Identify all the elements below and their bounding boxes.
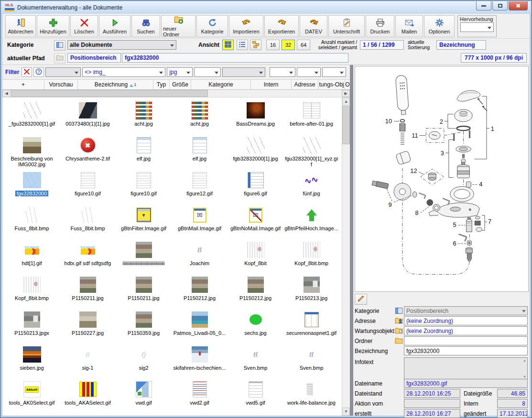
file-item[interactable]: iiiiiiiiiiiiiiiiiiiiiiiiiiiiiiiiiiii xyxy=(116,239,172,274)
file-item[interactable]: vwd.gif xyxy=(116,378,172,413)
adresse-field[interactable]: (keine Zuordnung) xyxy=(404,316,528,325)
kategorie-field[interactable]: Positionsbereich xyxy=(404,306,528,315)
optionen-button[interactable]: Optionen xyxy=(424,15,455,37)
filter-select-intern[interactable] xyxy=(270,67,295,77)
file-item[interactable]: sig-1 xyxy=(60,343,116,378)
view-list-button[interactable] xyxy=(237,40,248,50)
file-item[interactable]: tools_AK0Select.gif xyxy=(4,378,60,413)
abbrechen-button[interactable]: Abbrechen xyxy=(5,15,36,37)
file-item[interactable]: hdt[1].gif xyxy=(4,239,60,274)
file-item[interactable]: Patmos_Livadi-05_0... xyxy=(172,309,228,343)
view-grid-button[interactable] xyxy=(222,40,234,50)
close-button[interactable]: ✖ xyxy=(509,1,528,11)
size-16-button[interactable]: 16 xyxy=(266,40,280,50)
ordner-field[interactable] xyxy=(404,336,528,345)
file-item[interactable]: P1150212.jpg xyxy=(228,274,283,309)
file-item[interactable]: Kopf_8bit.bmp xyxy=(283,239,339,274)
file-item[interactable]: before-after-01.jpg xyxy=(283,99,339,134)
file-item[interactable]: gBtnNoMail.Image.gif xyxy=(228,204,283,239)
filter-select-bezeichnung[interactable]: <> img_ xyxy=(82,67,165,77)
file-item[interactable]: P1150211.jpg xyxy=(60,274,116,309)
file-item[interactable]: hdtx.gif sdf sdfgsdfg xyxy=(60,239,116,274)
drucken-button[interactable]: Drucken xyxy=(366,15,394,37)
kategorie-button[interactable]: Kategorie xyxy=(196,15,228,37)
filter-select-adresse[interactable] xyxy=(297,67,321,77)
maximize-button[interactable] xyxy=(492,1,508,11)
file-item[interactable]: Fuss_8bit.bmp xyxy=(60,204,116,239)
horizontal-scroll-thumb[interactable] xyxy=(11,90,208,97)
file-item[interactable]: _fgu32832000[1].gif xyxy=(4,99,60,134)
vertical-scroll-thumb[interactable] xyxy=(342,106,350,144)
file-item[interactable]: figure10.gif xyxy=(116,169,172,204)
file-item[interactable]: Sven.bmp xyxy=(283,343,339,378)
file-item[interactable]: gBtnMail.Image.gif xyxy=(172,204,228,239)
file-item[interactable]: P1150211.jpg xyxy=(116,274,172,309)
column-header-wartungsobjekt[interactable]: tungs-Obj xyxy=(318,80,345,89)
file-item[interactable]: fünf.jpg xyxy=(283,169,339,204)
column-header-add[interactable]: + xyxy=(2,80,44,89)
scroll-left-arrow[interactable]: ◀ xyxy=(2,90,11,97)
minimize-button[interactable] xyxy=(476,1,491,11)
hervorhebung-select[interactable] xyxy=(460,22,494,32)
file-item[interactable]: P1150213.jpgx xyxy=(4,309,60,343)
file-item[interactable]: sieben.jpg xyxy=(4,343,60,378)
file-item[interactable]: sechs.jpg xyxy=(228,309,283,343)
file-item[interactable]: Kopf_8bit.bmp xyxy=(4,274,60,309)
file-item[interactable]: fgu32832000[1]_xyz.gif xyxy=(283,134,339,169)
datev-button[interactable]: DATEV xyxy=(300,15,327,37)
file-item[interactable]: P1150213.jpg xyxy=(283,274,339,309)
edit-properties-button[interactable] xyxy=(355,294,367,305)
vertical-scrollbar[interactable]: ▲ ▼ xyxy=(342,97,350,416)
column-header-ordner[interactable]: O xyxy=(345,80,350,89)
scroll-right-arrow[interactable]: ▶ xyxy=(342,90,350,97)
folder-person-icon[interactable] xyxy=(395,317,403,325)
scroll-up-arrow[interactable]: ▲ xyxy=(342,97,350,106)
scroll-down-icon[interactable]: ▼ xyxy=(523,375,526,378)
file-item[interactable]: gBtnPfeilHoch.Image... xyxy=(283,204,339,239)
column-header-typ[interactable]: Typ xyxy=(153,80,170,89)
file-item[interactable]: Sven.bmp xyxy=(228,343,283,378)
category-select[interactable]: alle Dokumente xyxy=(67,40,176,50)
filter-clear-button[interactable] xyxy=(22,67,32,77)
file-item[interactable]: BassDreams.jpg xyxy=(228,99,283,134)
file-item[interactable]: gBtnFilter.Image.gif xyxy=(116,204,172,239)
file-item[interactable]: work-life-balance.jpg xyxy=(283,378,339,413)
unterschrift-button[interactable]: Unterschrift xyxy=(328,15,365,37)
file-item[interactable]: 00373480(1)[1].jpg xyxy=(60,99,116,134)
file-item[interactable]: Joachim xyxy=(172,239,228,274)
file-item[interactable]: elf.jpg xyxy=(172,134,228,169)
column-header-adresse[interactable]: Adresse xyxy=(292,80,318,89)
file-item[interactable]: vwd5.gif xyxy=(228,378,283,413)
category-panel-button[interactable] xyxy=(54,40,65,51)
loeschen-button[interactable]: Löschen xyxy=(70,15,98,37)
column-header-kategorie[interactable]: Kategorie xyxy=(191,80,251,89)
bezeichnung-field[interactable]: fgx32832000 xyxy=(404,346,528,355)
filter-select-typ[interactable]: jpg xyxy=(167,67,193,77)
column-header-groesse[interactable]: Größe xyxy=(170,80,191,89)
folder-doc-icon[interactable] xyxy=(395,327,403,335)
column-header-intern[interactable]: Intern xyxy=(251,80,292,89)
horizontal-scrollbar[interactable]: ◀ ▶ xyxy=(2,90,350,97)
filter-select-1[interactable] xyxy=(45,67,81,77)
file-item[interactable]: Kopf_8bit xyxy=(228,239,283,274)
file-item[interactable]: tools_AKASelect.gif xyxy=(60,378,116,413)
suchen-button[interactable]: Suchen xyxy=(131,15,160,37)
filter-select-wartung[interactable] xyxy=(322,67,346,77)
mailen-button[interactable]: Mailen xyxy=(395,15,423,37)
neuer-ordner-button[interactable]: neuer Ordner xyxy=(161,15,195,37)
file-item[interactable]: P1150359.jpg xyxy=(116,309,172,343)
file-item[interactable]: P1150227.jpg xyxy=(60,309,116,343)
file-item[interactable]: figure6.gif xyxy=(228,169,283,204)
path-folder-button[interactable] xyxy=(54,53,65,64)
file-item[interactable]: figure10.gif xyxy=(60,169,116,204)
file-item[interactable]: sig2 xyxy=(116,343,172,378)
filter-help-button[interactable]: ? xyxy=(33,67,44,77)
column-header-bezeichnung[interactable]: Bezeichnung 1 xyxy=(78,80,153,89)
hinzufuegen-button[interactable]: Hinzufügen xyxy=(37,15,69,37)
column-header-vorschau[interactable]: Vorschau xyxy=(44,80,78,89)
file-item[interactable]: P1150212.jpg xyxy=(172,274,228,309)
size-64-button[interactable]: 64 xyxy=(297,40,310,50)
filter-select-groesse[interactable] xyxy=(194,67,221,77)
infotext-field[interactable]: ▲ ▼ xyxy=(404,357,528,380)
wartungsobjekt-field[interactable]: (keine Zuordnung) xyxy=(404,326,528,335)
